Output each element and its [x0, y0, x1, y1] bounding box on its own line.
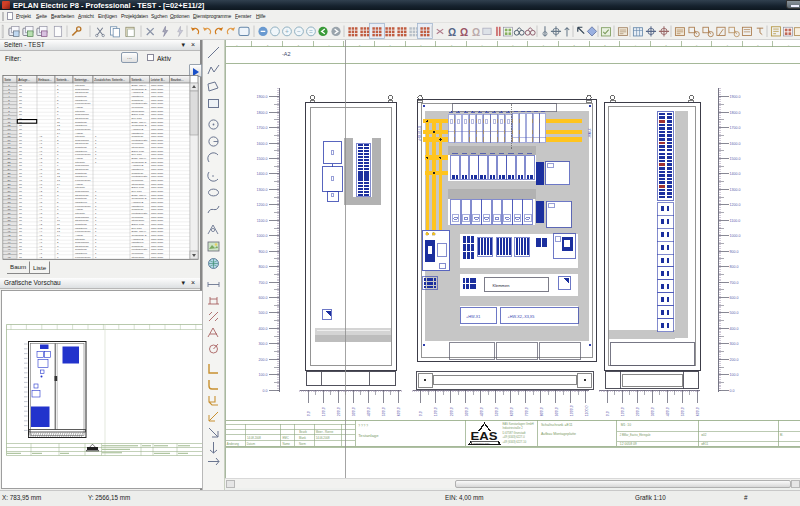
svg-text:Stromlaufpl.: Stromlaufpl. — [132, 146, 146, 149]
svg-text:Aufbau Montageplatte: Aufbau Montageplatte — [541, 432, 576, 436]
svg-text:Titelseite: Titelseite — [75, 135, 86, 138]
svg-text:+HW-X1: +HW-X1 — [466, 315, 480, 319]
svg-text:1100.0: 1100.0 — [585, 406, 589, 417]
svg-text:Klemmenplan: Klemmenplan — [75, 205, 91, 208]
svg-text:marc-schlo: marc-schlo — [151, 256, 164, 259]
svg-text:marc-schlo: marc-schlo — [151, 227, 164, 230]
svg-text:marc-schlo: marc-schlo — [151, 252, 164, 255]
svg-text:marc-schlo: marc-schlo — [151, 212, 164, 215]
svg-text:+HW-U1-U3: +HW-U1-U3 — [418, 126, 422, 142]
svg-text:1700.0: 1700.0 — [256, 126, 267, 130]
svg-text:Inhaltsverz.: Inhaltsverz. — [132, 205, 145, 208]
svg-text:500.0: 500.0 — [258, 311, 267, 315]
svg-text:Schaltplan: Schaltplan — [75, 248, 87, 251]
svg-text:700.0: 700.0 — [730, 281, 739, 285]
svg-text:Anlagen-B.: Anlagen-B. — [132, 91, 145, 94]
svg-text:marc-schlo: marc-schlo — [151, 205, 164, 208]
svg-text:marc-schlo: marc-schlo — [151, 234, 164, 237]
svg-text:1000.0: 1000.0 — [570, 405, 574, 416]
svg-text:800.0: 800.0 — [730, 265, 739, 269]
svg-text:Anlagen-B.: Anlagen-B. — [132, 164, 145, 167]
svg-text:marc-schlo: marc-schlo — [151, 99, 164, 102]
svg-text:marc-schlo: marc-schlo — [151, 88, 164, 91]
svg-text:Schaltplan: Schaltplan — [132, 135, 144, 138]
svg-text:marc-schlo: marc-schlo — [151, 150, 164, 153]
svg-text:Datum: Datum — [247, 442, 256, 446]
svg-text:marc-schlo: marc-schlo — [151, 245, 164, 248]
svg-text:marc-schlo: marc-schlo — [151, 186, 164, 189]
svg-text:EMC: EMC — [283, 436, 289, 440]
svg-text:Stromlaufpl.: Stromlaufpl. — [132, 256, 146, 259]
svg-text:700.0: 700.0 — [258, 281, 267, 285]
svg-text:200.0: 200.0 — [337, 407, 341, 416]
svg-text:Drill-Plan: Drill-Plan — [132, 227, 143, 230]
svg-text:Industriestraße 2: Industriestraße 2 — [503, 427, 524, 431]
svg-text:Strukturplan: Strukturplan — [75, 91, 89, 94]
svg-text:marc-schlo: marc-schlo — [151, 238, 164, 241]
svg-text:1000.0: 1000.0 — [730, 234, 741, 238]
svg-text:Drill-Plan: Drill-Plan — [132, 117, 143, 120]
svg-text:Anlage...: Anlage... — [18, 78, 30, 82]
svg-text:1500.0: 1500.0 — [256, 157, 267, 161]
svg-text:Klemmenplan: Klemmenplan — [75, 230, 91, 233]
svg-text:Wicklungs.: Wicklungs. — [132, 106, 144, 109]
svg-text:Titelseite: Titelseite — [75, 161, 86, 164]
svg-text:1900.0: 1900.0 — [256, 95, 267, 99]
svg-text:Schaltplan: Schaltplan — [75, 146, 87, 149]
svg-text:Bearbei...: Bearbei... — [171, 78, 184, 82]
svg-text:Name: Name — [283, 442, 291, 446]
svg-text:marc-schlo: marc-schlo — [151, 197, 164, 200]
svg-text:marc-schlo: marc-schlo — [151, 121, 164, 124]
svg-text:marc-schlo: marc-schlo — [151, 208, 164, 211]
svg-text:1500.0: 1500.0 — [730, 157, 741, 161]
svg-text:Schemaplan: Schemaplan — [75, 216, 90, 219]
svg-text:Montageplatte: Montageplatte — [132, 175, 148, 178]
svg-text:Montageplatte: Montageplatte — [132, 102, 148, 105]
svg-text:EAS Konstanlagen GmbH: EAS Konstanlagen GmbH — [503, 422, 534, 426]
svg-text:marc-schlo: marc-schlo — [151, 139, 164, 142]
svg-text:+HW-U4: +HW-U4 — [588, 128, 592, 138]
svg-text:Wicklungs.: Wicklungs. — [132, 216, 144, 219]
svg-text:Inhaltsverz.: Inhaltsverz. — [132, 132, 145, 135]
svg-text:Schaltplan: Schaltplan — [75, 197, 87, 200]
svg-text:400.0: 400.0 — [480, 407, 484, 416]
svg-text:Schaltschrank =E11: Schaltschrank =E11 — [541, 423, 573, 427]
svg-text:600.0: 600.0 — [397, 407, 401, 416]
svg-text:Klemmenplan: Klemmenplan — [75, 256, 91, 259]
svg-text:500.0: 500.0 — [681, 407, 685, 416]
svg-text:=02: =02 — [701, 433, 707, 437]
svg-text:500.0: 500.0 — [382, 407, 386, 416]
svg-text:Schaltplan: Schaltplan — [75, 172, 87, 175]
svg-text:Klemmenplan: Klemmenplan — [75, 179, 91, 182]
svg-text:marc-schlo: marc-schlo — [151, 190, 164, 193]
svg-text:Strukturplan: Strukturplan — [75, 168, 89, 171]
svg-text:14.08.2008: 14.08.2008 — [247, 436, 261, 440]
svg-text:400.0: 400.0 — [730, 327, 739, 331]
svg-text:Seitenb...: Seitenb... — [56, 78, 69, 82]
svg-text:800.0: 800.0 — [540, 407, 544, 416]
svg-text:marc-schlo: marc-schlo — [151, 223, 164, 226]
svg-text:Stromlaufpl.: Stromlaufpl. — [132, 219, 146, 222]
svg-text:600.0: 600.0 — [510, 407, 514, 416]
svg-text:marc-schlo: marc-schlo — [151, 230, 164, 233]
svg-text:marc-schlo: marc-schlo — [151, 179, 164, 182]
svg-text:1300.0: 1300.0 — [256, 188, 267, 192]
svg-text:Einsp.-NSHV: Einsp.-NSHV — [132, 84, 147, 87]
svg-text:Titelseite: Titelseite — [75, 186, 86, 189]
svg-text:1400.0: 1400.0 — [256, 172, 267, 176]
svg-text:Schemaplan: Schemaplan — [75, 164, 90, 167]
svg-text:1100.0: 1100.0 — [257, 219, 268, 223]
svg-text:0.0: 0.0 — [606, 411, 610, 416]
svg-text:Blank: Blank — [299, 436, 307, 440]
svg-text:Inhaltsverz.: Inhaltsverz. — [75, 227, 88, 230]
svg-text:Anlagen-B.: Anlagen-B. — [132, 201, 145, 204]
svg-text:400.0: 400.0 — [258, 327, 267, 331]
svg-text:Schaltplan: Schaltplan — [132, 245, 144, 248]
svg-text:0.0: 0.0 — [262, 389, 267, 393]
svg-text:Titelseite: Titelseite — [75, 110, 86, 113]
svg-text:1400.0: 1400.0 — [730, 172, 741, 176]
svg-text:D-67587 Grunstadt: D-67587 Grunstadt — [503, 431, 526, 435]
svg-text:600.0: 600.0 — [258, 296, 267, 300]
svg-text:400.0: 400.0 — [666, 407, 670, 416]
svg-text:900.0: 900.0 — [258, 250, 267, 254]
